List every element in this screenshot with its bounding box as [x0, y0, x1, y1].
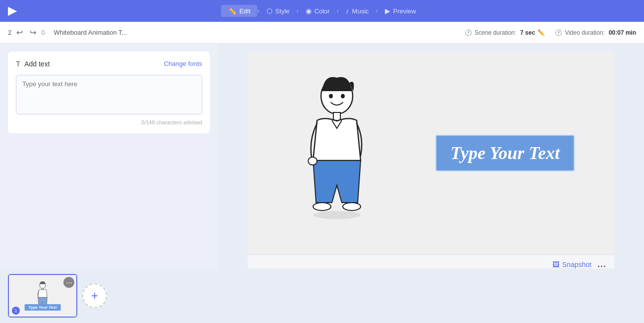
nav-step-style[interactable]: ⬡ Style [260, 5, 297, 17]
text-icon: T [16, 59, 20, 68]
nav-step-edit[interactable]: ✏️ Edit [221, 5, 257, 17]
project-title: Whiteboard Animation T... [54, 29, 127, 36]
nav-step-color[interactable]: ◉ Color [299, 5, 337, 17]
nav-step-edit-label: Edit [239, 7, 250, 15]
text-input[interactable] [16, 75, 202, 114]
edit-icon: ✏️ [228, 7, 236, 15]
scene-strip: Type Your Text 1 ⋯ + [0, 269, 644, 323]
char-hint: 0/148 characters advised [16, 119, 202, 125]
svg-rect-3 [333, 112, 340, 120]
snapshot-icon: 🖼 [552, 261, 559, 269]
snapshot-button[interactable]: 🖼 Snapshot [552, 261, 591, 269]
ellipsis-icon: ... [597, 259, 606, 269]
panel-title: T Add text [16, 59, 50, 68]
scene-menu-button[interactable]: ⋯ [63, 277, 74, 288]
video-duration-label: Video duration: [565, 29, 605, 36]
toolbar-right: 🕐 Scene duration: 7 sec ✏️ 🕐 Video durat… [465, 29, 636, 36]
canvas-text-content: Type Your Text [450, 143, 560, 163]
music-icon: ♪ [346, 7, 349, 15]
scene-duration-value: 7 sec [520, 29, 535, 36]
nav-step-style-label: Style [275, 7, 290, 15]
top-navigation: ▶ ✏️ Edit › ⬡ Style › ◉ Color › ♪ Music … [0, 0, 644, 22]
nav-step-music-label: Music [352, 7, 369, 15]
more-options-button[interactable]: ... [597, 259, 606, 269]
nav-step-preview[interactable]: ▶ Preview [378, 5, 423, 17]
svg-point-5 [313, 203, 331, 211]
undo-button[interactable]: ↩ [14, 27, 25, 38]
video-duration-value: 00:07 min [609, 29, 636, 36]
nav-step-preview-label: Preview [393, 7, 416, 15]
scene-thumbnail-1[interactable]: Type Your Text 1 ⋯ [8, 274, 77, 318]
undo-count: 2 [8, 29, 11, 36]
clock-icon: 🕐 [465, 29, 472, 36]
add-scene-icon: + [91, 289, 98, 303]
edit-duration-icon[interactable]: ✏️ [537, 29, 545, 36]
nav-step-music[interactable]: ♪ Music [339, 5, 376, 17]
scene-number-badge: 1 [12, 307, 20, 315]
canvas: Type Your Text [248, 52, 614, 255]
svg-point-7 [313, 211, 361, 219]
toolbar: 2 ↩ ↪ 0 Whiteboard Animation T... 🕐 Scen… [0, 22, 644, 44]
panel-title-label: Add text [24, 60, 50, 68]
preview-icon: ▶ [385, 7, 390, 15]
character-figure [287, 69, 386, 237]
add-scene-button[interactable]: + [82, 283, 107, 308]
scene-duration-label: Scene duration: [475, 29, 516, 36]
change-fonts-link[interactable]: Change fonts [164, 60, 202, 67]
panel-header: T Add text Change fonts [16, 59, 202, 68]
add-text-card: T Add text Change fonts 0/148 characters… [8, 52, 210, 133]
canvas-text-box[interactable]: Type Your Text [435, 135, 575, 171]
app-logo: ▶ [8, 4, 16, 17]
undo-redo-group: 2 ↩ ↪ 0 [8, 27, 45, 38]
video-clock-icon: 🕐 [555, 29, 562, 36]
color-icon: ◉ [306, 7, 312, 15]
svg-point-6 [343, 203, 361, 211]
svg-point-4 [308, 157, 317, 165]
snapshot-label: Snapshot [562, 261, 591, 269]
thumb-text-badge: Type Your Text [25, 304, 61, 311]
video-duration: 🕐 Video duration: 00:07 min [555, 29, 636, 36]
scene-duration: 🕐 Scene duration: 7 sec ✏️ [465, 29, 545, 36]
character-svg [287, 69, 386, 237]
nav-steps: ✏️ Edit › ⬡ Style › ◉ Color › ♪ Music › … [221, 5, 423, 17]
svg-point-2 [341, 94, 345, 99]
redo-button[interactable]: ↪ [28, 27, 38, 38]
nav-step-color-label: Color [315, 7, 330, 15]
style-icon: ⬡ [267, 7, 272, 15]
redo-count: 0 [41, 29, 45, 36]
svg-point-1 [329, 94, 333, 99]
